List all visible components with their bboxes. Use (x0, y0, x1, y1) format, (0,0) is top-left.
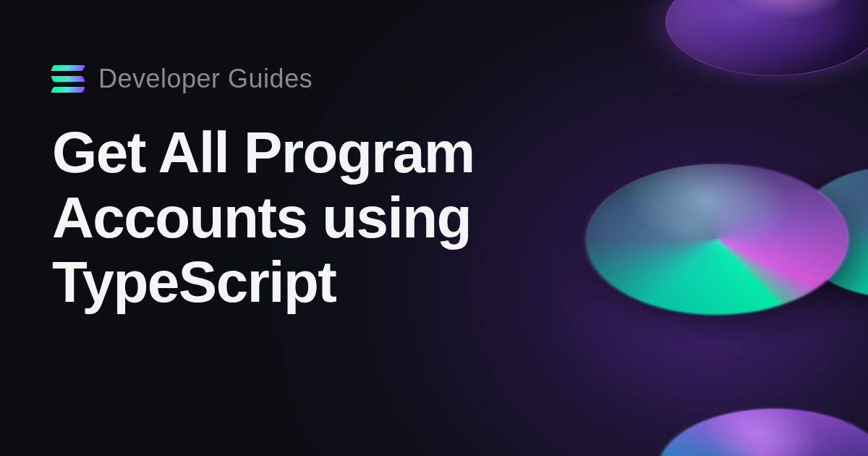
disc-graphic (630, 0, 868, 94)
subtitle: Developer Guides (98, 64, 312, 94)
solana-logo-icon (52, 65, 84, 93)
disc-graphic (626, 392, 868, 456)
content-area: Developer Guides Get All Program Account… (52, 64, 602, 315)
header-row: Developer Guides (52, 64, 602, 94)
banner-card: Developer Guides Get All Program Account… (0, 0, 868, 456)
page-title: Get All Program Accounts using TypeScrip… (52, 120, 602, 315)
